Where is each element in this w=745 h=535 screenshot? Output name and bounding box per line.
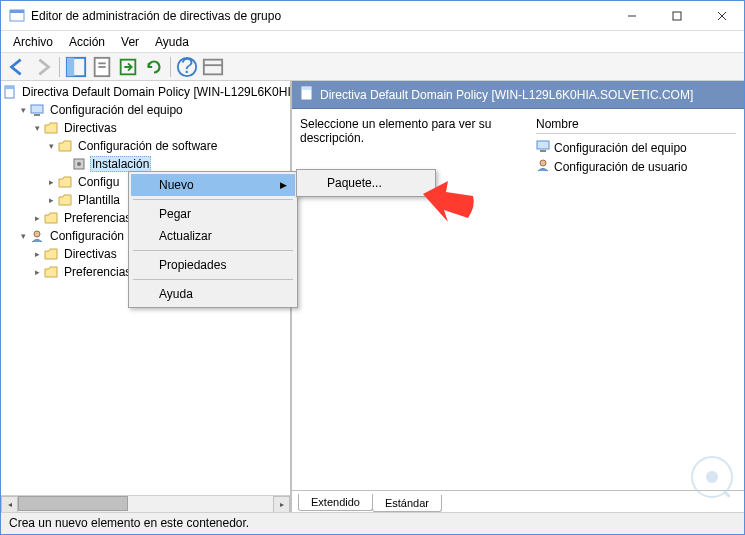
tree-label: Preferencias xyxy=(62,211,133,225)
context-menu-properties[interactable]: Propiedades xyxy=(131,254,295,276)
details-pane: Directiva Default Domain Policy [WIN-L12… xyxy=(291,81,744,512)
menu-view[interactable]: Ver xyxy=(113,33,147,51)
tree-root[interactable]: Directiva Default Domain Policy [WIN-L12… xyxy=(3,83,288,101)
context-menu-help[interactable]: Ayuda xyxy=(131,283,295,305)
tree-label: Configuración del equipo xyxy=(48,103,185,117)
svg-rect-1 xyxy=(10,10,24,13)
tree-label: Directiva Default Domain Policy [WIN-L12… xyxy=(20,85,290,99)
watermark-icon xyxy=(687,452,737,505)
window-title: Editor de administración de directivas d… xyxy=(31,9,609,23)
title-bar: Editor de administración de directivas d… xyxy=(1,1,744,31)
tree-software-config[interactable]: ▾ Configuración de software xyxy=(3,137,288,155)
context-menu-refresh[interactable]: Actualizar xyxy=(131,225,295,247)
svg-rect-14 xyxy=(204,59,222,74)
svg-rect-18 xyxy=(31,105,43,113)
submenu-arrow-icon: ▶ xyxy=(280,180,287,190)
caret-right-icon: ▸ xyxy=(45,195,57,205)
menu-item-label: Pegar xyxy=(159,207,191,221)
caret-down-icon: ▾ xyxy=(31,123,43,133)
export-button[interactable] xyxy=(116,55,140,79)
caret-down-icon: ▾ xyxy=(45,141,57,151)
policy-icon xyxy=(300,86,314,103)
folder-icon xyxy=(57,138,73,154)
svg-rect-26 xyxy=(540,150,546,152)
details-list: Nombre Configuración del equipo Configur… xyxy=(536,117,736,482)
tree-label: Configuración de software xyxy=(76,139,219,153)
minimize-button[interactable] xyxy=(609,1,654,30)
tab-strip: Extendido Estándar xyxy=(292,490,744,512)
caret-right-icon: ▸ xyxy=(31,249,43,259)
svg-point-21 xyxy=(77,162,81,166)
status-bar: Crea un nuevo elemento en este contenedo… xyxy=(1,512,744,534)
tree-policies[interactable]: ▾ Directivas xyxy=(3,119,288,137)
svg-point-27 xyxy=(540,160,546,166)
show-hide-button[interactable] xyxy=(64,55,88,79)
refresh-button[interactable] xyxy=(142,55,166,79)
computer-icon xyxy=(536,139,550,156)
folder-icon xyxy=(57,174,73,190)
policy-icon xyxy=(3,84,17,100)
context-menu-paste[interactable]: Pegar xyxy=(131,203,295,225)
tab-extended[interactable]: Extendido xyxy=(298,494,373,511)
context-menu-new[interactable]: Nuevo ▶ xyxy=(131,174,295,196)
caret-right-icon: ▸ xyxy=(45,177,57,187)
svg-rect-24 xyxy=(302,87,311,90)
details-body: Seleccione un elemento para ver su descr… xyxy=(292,109,744,490)
close-button[interactable] xyxy=(699,1,744,30)
filter-button[interactable] xyxy=(201,55,225,79)
tree-label: Directivas xyxy=(62,121,119,135)
column-header-name[interactable]: Nombre xyxy=(536,117,736,134)
svg-rect-7 xyxy=(67,57,74,75)
svg-rect-19 xyxy=(34,114,40,116)
svg-point-29 xyxy=(706,471,718,483)
user-icon xyxy=(29,228,45,244)
folder-icon xyxy=(43,120,59,136)
svg-rect-25 xyxy=(537,141,549,149)
scroll-right-button[interactable]: ▸ xyxy=(273,496,290,513)
computer-icon xyxy=(29,102,45,118)
menu-action[interactable]: Acción xyxy=(61,33,113,51)
scroll-left-button[interactable]: ◂ xyxy=(1,496,18,513)
tree-label: Plantilla xyxy=(76,193,122,207)
properties-button[interactable] xyxy=(90,55,114,79)
caret-right-icon: ▸ xyxy=(31,267,43,277)
menu-item-label: Actualizar xyxy=(159,229,212,243)
horizontal-scrollbar[interactable]: ◂ ▸ xyxy=(1,495,290,512)
toolbar-separator xyxy=(170,57,171,77)
context-submenu: Paquete... xyxy=(296,169,436,197)
tree-label: Instalación xyxy=(90,156,151,172)
forward-button[interactable] xyxy=(31,55,55,79)
scroll-thumb[interactable] xyxy=(18,496,128,511)
menu-help[interactable]: Ayuda xyxy=(147,33,197,51)
menu-file[interactable]: Archivo xyxy=(5,33,61,51)
menu-item-label: Ayuda xyxy=(159,287,193,301)
caret-down-icon: ▾ xyxy=(17,231,29,241)
toolbar-separator xyxy=(59,57,60,77)
menu-separator xyxy=(133,250,293,251)
tab-standard[interactable]: Estándar xyxy=(372,495,442,512)
back-button[interactable] xyxy=(5,55,29,79)
app-window: Editor de administración de directivas d… xyxy=(0,0,745,535)
svg-rect-3 xyxy=(673,12,681,20)
menu-item-label: Paquete... xyxy=(327,176,382,190)
tree-label: Configu xyxy=(76,175,121,189)
caret-down-icon: ▾ xyxy=(17,105,29,115)
help-button[interactable]: ? xyxy=(175,55,199,79)
tree-label: Preferencias xyxy=(62,265,133,279)
installer-icon xyxy=(71,156,87,172)
list-item-label: Configuración del equipo xyxy=(554,141,687,155)
scroll-track[interactable] xyxy=(18,496,273,513)
svg-text:?: ? xyxy=(181,56,193,78)
list-item-label: Configuración de usuario xyxy=(554,160,687,174)
svg-point-22 xyxy=(34,231,40,237)
maximize-button[interactable] xyxy=(654,1,699,30)
tree-computer-config[interactable]: ▾ Configuración del equipo xyxy=(3,101,288,119)
list-item-user[interactable]: Configuración de usuario xyxy=(536,157,736,176)
list-item-computer[interactable]: Configuración del equipo xyxy=(536,138,736,157)
app-icon xyxy=(9,8,25,24)
tree-label: Directivas xyxy=(62,247,119,261)
menu-separator xyxy=(133,199,293,200)
details-header: Directiva Default Domain Policy [WIN-L12… xyxy=(292,81,744,109)
details-title: Directiva Default Domain Policy [WIN-L12… xyxy=(320,88,693,102)
caret-right-icon: ▸ xyxy=(31,213,43,223)
